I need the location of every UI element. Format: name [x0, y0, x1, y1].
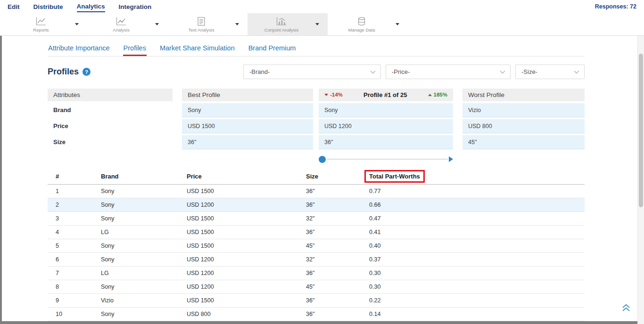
column-header-total-part-worths: Total Part-Worths [361, 169, 585, 185]
vertical-scrollbar[interactable] [637, 36, 644, 324]
table-cell: 32" [298, 321, 361, 322]
table-cell: Sony [93, 280, 179, 294]
best-profile-column: Best Profile Sony USD 1500 36" [182, 89, 313, 163]
best-profile-size: 36" [182, 135, 313, 149]
table-cell: 36" [298, 267, 361, 280]
table-cell: USD 1500 [179, 185, 298, 198]
table-row[interactable]: 5SonyUSD 150045"0.40 [48, 239, 585, 253]
table-cell: Sony [93, 198, 179, 212]
analysis-dropdown-caret[interactable] [155, 23, 167, 25]
table-cell: USD 1200 [179, 267, 298, 280]
analysis-chart-icon [116, 17, 126, 26]
table-cell: USD 1500 [179, 294, 298, 308]
page-background: Attribute Importance Profiles Market Sha… [0, 36, 644, 324]
table-row[interactable]: 11LGUSD 150032"0.12 [48, 321, 585, 322]
slider-next-arrow-icon[interactable] [449, 156, 453, 162]
worst-profile-price: USD 800 [462, 119, 585, 133]
table-cell: 9 [48, 294, 93, 308]
profiles-table: # Brand Price Size Total Part-Worths 1So… [48, 169, 585, 321]
profile-comparison-panel: Attributes Brand Price Size Best Profile… [48, 89, 585, 163]
toolbar-group-conjoint-analysis: Conjoint Analysis [248, 13, 328, 35]
tab-brand-premium[interactable]: Brand Premium [248, 44, 297, 56]
table-row[interactable]: 8SonyUSD 120045"0.30 [48, 280, 585, 294]
nav-item-integration[interactable]: Integration [119, 1, 152, 12]
conjoint-dropdown-caret[interactable] [315, 23, 328, 25]
table-cell: USD 1500 [179, 321, 298, 322]
worst-profile-size: 45" [462, 135, 585, 149]
table-cell: LG [93, 226, 179, 239]
toolbar-item-text-analysis[interactable]: Text Analysis [167, 16, 235, 32]
current-profile-brand: Sony [319, 103, 453, 117]
nav-item-distribute[interactable]: Distribute [33, 1, 63, 12]
chevron-down-icon [574, 70, 579, 74]
toolbar-group-analysis: Analysis [87, 13, 167, 35]
conjoint-bar-chart-icon [276, 17, 287, 26]
triangle-down-icon [324, 94, 328, 96]
toolbar-item-conjoint-analysis[interactable]: Conjoint Analysis [248, 16, 315, 32]
tab-attribute-importance[interactable]: Attribute Importance [48, 44, 110, 56]
tab-profiles[interactable]: Profiles [123, 44, 147, 56]
profile-slider [319, 155, 453, 163]
table-cell: 0.37 [361, 253, 585, 267]
chevron-down-icon [315, 23, 319, 25]
best-profile-header: Best Profile [182, 89, 313, 101]
table-row[interactable]: 3SonyUSD 150032"0.47 [48, 212, 585, 226]
table-cell: USD 1200 [179, 280, 298, 294]
table-cell: USD 1500 [179, 239, 298, 253]
triangle-up-icon [428, 94, 432, 96]
table-cell: USD 1200 [179, 198, 298, 212]
text-analysis-dropdown-caret[interactable] [235, 23, 248, 25]
column-header-size: Size [298, 169, 361, 185]
size-filter-select[interactable]: -Size- [515, 65, 585, 79]
manage-data-dropdown-caret[interactable] [396, 23, 408, 25]
toolbar-item-label: Reports [33, 27, 49, 32]
table-cell: 8 [48, 280, 93, 294]
decrease-percentage: -14% [324, 89, 343, 101]
table-cell: Sony [93, 253, 179, 267]
profiles-section-header: Profiles ? -Brand- -Price- -Size- [48, 65, 585, 79]
toolbar-item-reports[interactable]: Reports [7, 16, 75, 32]
reports-dropdown-caret[interactable] [75, 23, 87, 25]
column-header-brand: Brand [93, 169, 179, 185]
table-row[interactable]: 4LGUSD 150036"0.41 [48, 226, 585, 239]
toolbar-item-label: Text Analysis [189, 27, 215, 32]
table-cell: Sony [93, 239, 179, 253]
table-row[interactable]: 7LGUSD 120036"0.30 [48, 267, 585, 280]
table-cell: 0.30 [361, 280, 585, 294]
current-profile-column: -14% Profile #1 of 25 185% Sony USD 1200… [319, 89, 453, 163]
table-row[interactable]: 9VizioUSD 150036"0.22 [48, 294, 585, 308]
scrollbar-thumb[interactable] [639, 54, 643, 207]
table-row[interactable]: 2SonyUSD 120036"0.66 [48, 198, 585, 212]
toolbar-group-reports: Reports [7, 13, 87, 35]
table-row[interactable]: 1SonyUSD 150036"0.77 [48, 185, 585, 198]
attributes-header: Attributes [48, 89, 173, 101]
nav-item-analytics[interactable]: Analytics [77, 1, 105, 12]
slider-track[interactable] [327, 159, 448, 160]
profiles-table-body: 1SonyUSD 150036"0.772SonyUSD 120036"0.66… [48, 185, 585, 322]
table-cell: 0.14 [361, 308, 585, 321]
price-filter-select[interactable]: -Price- [386, 65, 511, 79]
text-document-icon [197, 17, 206, 26]
column-header-price: Price [179, 169, 298, 185]
toolbar-item-label: Conjoint Analysis [264, 27, 298, 32]
table-cell: 0.40 [361, 239, 585, 253]
help-icon[interactable]: ? [83, 68, 91, 76]
toolbar-item-manage-data[interactable]: Manage Data [328, 16, 396, 32]
brand-filter-select[interactable]: -Brand- [243, 65, 381, 79]
table-cell: Sony [93, 185, 179, 198]
table-cell: 36" [298, 226, 361, 239]
nav-item-edit[interactable]: Edit [8, 1, 20, 12]
table-cell: USD 800 [179, 308, 298, 321]
tab-market-share-simulation[interactable]: Market Share Simulation [159, 44, 235, 56]
toolbar-group-text-analysis: Text Analysis [167, 13, 248, 35]
table-cell: 45" [298, 280, 361, 294]
column-header-number: # [48, 169, 93, 185]
attribute-label-price: Price [48, 119, 173, 133]
toolbar-item-analysis[interactable]: Analysis [87, 16, 155, 32]
table-row[interactable]: 6SonyUSD 120032"0.37 [48, 253, 585, 267]
chevron-down-icon [370, 70, 376, 74]
table-row[interactable]: 10SonyUSD 80036"0.14 [48, 308, 585, 321]
scroll-to-top-button[interactable] [621, 304, 631, 314]
slider-handle[interactable] [319, 156, 326, 163]
table-cell: 36" [298, 308, 361, 321]
